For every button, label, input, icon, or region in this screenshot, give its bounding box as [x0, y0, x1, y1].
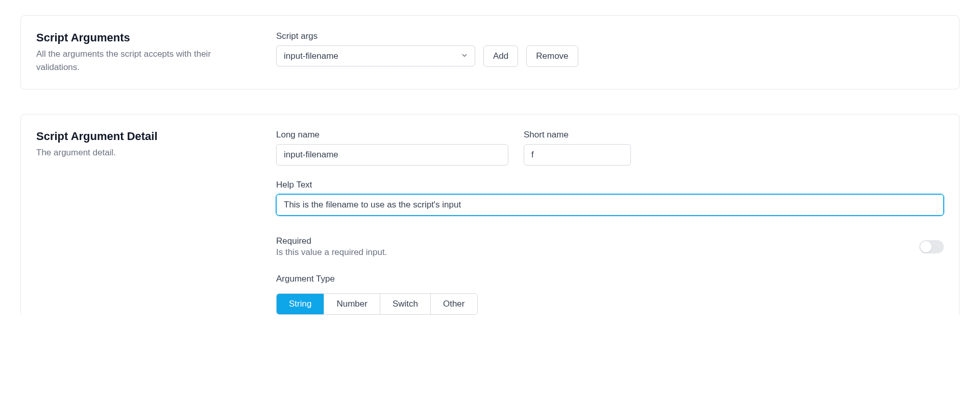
script-args-select-wrapper: input-filename [276, 45, 475, 66]
required-row: Required Is this value a required input. [276, 236, 944, 258]
card-content-right: Script args input-filename Add Remove [276, 31, 944, 74]
long-name-group: Long name [276, 130, 508, 166]
segment-number[interactable]: Number [324, 294, 380, 314]
remove-button[interactable]: Remove [526, 45, 578, 67]
toggle-knob [920, 241, 932, 252]
card-content-right: Long name Short name Help Text Required … [276, 130, 944, 315]
long-name-input[interactable] [276, 144, 508, 166]
required-text-group: Required Is this value a required input. [276, 236, 387, 258]
help-text-group: Help Text [276, 180, 944, 216]
help-text-input[interactable] [276, 194, 944, 216]
argument-type-group: Argument Type String Number Switch Other [276, 274, 944, 315]
short-name-input[interactable] [524, 144, 631, 166]
script-args-select[interactable]: input-filename [276, 45, 475, 66]
help-text-label: Help Text [276, 180, 944, 190]
script-arguments-card: Script Arguments All the arguments the s… [20, 15, 960, 89]
segment-string[interactable]: String [277, 294, 324, 314]
argument-type-label: Argument Type [276, 274, 944, 284]
script-argument-detail-card: Script Argument Detail The argument deta… [20, 114, 960, 315]
section-subtitle: All the arguments the script accepts wit… [36, 48, 256, 74]
script-args-label: Script args [276, 31, 944, 41]
section-title: Script Argument Detail [36, 130, 256, 143]
name-fields-row: Long name Short name [276, 130, 944, 166]
argument-type-segmented: String Number Switch Other [276, 293, 478, 315]
add-button[interactable]: Add [483, 45, 518, 67]
short-name-group: Short name [524, 130, 631, 166]
short-name-label: Short name [524, 130, 631, 140]
required-description: Is this value a required input. [276, 247, 387, 258]
card-header-left: Script Argument Detail The argument deta… [36, 130, 256, 315]
long-name-label: Long name [276, 130, 508, 140]
segment-other[interactable]: Other [431, 294, 477, 314]
required-label: Required [276, 236, 387, 246]
section-subtitle: The argument detail. [36, 146, 256, 159]
script-args-row: input-filename Add Remove [276, 45, 944, 67]
segment-switch[interactable]: Switch [380, 294, 431, 314]
required-toggle[interactable] [919, 240, 944, 253]
section-title: Script Arguments [36, 31, 256, 44]
card-header-left: Script Arguments All the arguments the s… [36, 31, 256, 74]
